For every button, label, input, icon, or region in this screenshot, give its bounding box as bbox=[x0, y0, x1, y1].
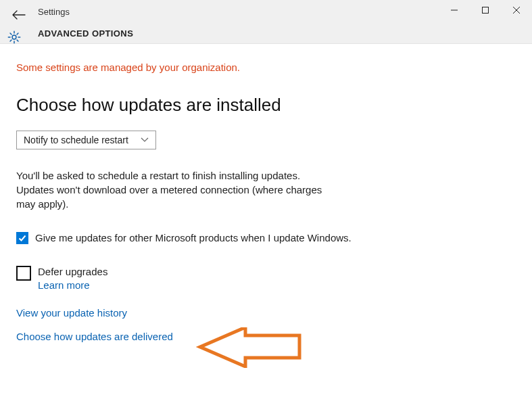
install-mode-description: You'll be asked to schedule a restart to… bbox=[16, 168, 341, 211]
install-mode-value: Notify to schedule restart bbox=[24, 135, 128, 145]
checkbox-row-other-products: Give me updates for other Microsoft prod… bbox=[16, 231, 354, 245]
maximize-button[interactable] bbox=[470, 0, 501, 20]
choose-delivery-link[interactable]: Choose how updates are delivered bbox=[16, 331, 173, 342]
install-mode-dropdown[interactable]: Notify to schedule restart bbox=[16, 131, 156, 149]
app-name: Settings bbox=[38, 7, 70, 17]
close-button[interactable] bbox=[501, 0, 532, 20]
chevron-down-icon bbox=[141, 137, 149, 143]
view-history-link[interactable]: View your update history bbox=[16, 307, 516, 319]
checkbox-defer-label: Defer upgrades bbox=[38, 265, 107, 279]
checkbox-defer-upgrades[interactable] bbox=[16, 266, 31, 281]
close-icon bbox=[512, 6, 521, 14]
org-managed-message: Some settings are managed by your organi… bbox=[16, 62, 516, 73]
page-title: ADVANCED OPTIONS bbox=[38, 28, 133, 39]
defer-learn-more-link[interactable]: Learn more bbox=[38, 279, 107, 291]
checkmark-icon bbox=[18, 233, 27, 243]
titlebar: Settings ADVANCED OPTIONS bbox=[0, 0, 532, 44]
content-area: Some settings are managed by your organi… bbox=[0, 44, 532, 342]
gear-icon bbox=[7, 30, 22, 45]
back-arrow-icon bbox=[12, 10, 26, 20]
section-heading: Choose how updates are installed bbox=[16, 95, 516, 116]
svg-rect-1 bbox=[483, 7, 489, 14]
window-controls bbox=[439, 0, 532, 20]
back-button[interactable] bbox=[9, 8, 28, 22]
checkbox-other-products[interactable] bbox=[16, 232, 28, 244]
checkbox-other-products-label: Give me updates for other Microsoft prod… bbox=[35, 231, 352, 245]
minimize-button[interactable] bbox=[439, 0, 470, 20]
checkbox-row-defer: Defer upgrades Learn more bbox=[16, 265, 354, 290]
minimize-icon bbox=[450, 6, 458, 14]
maximize-icon bbox=[481, 6, 489, 14]
svg-point-0 bbox=[12, 35, 16, 39]
